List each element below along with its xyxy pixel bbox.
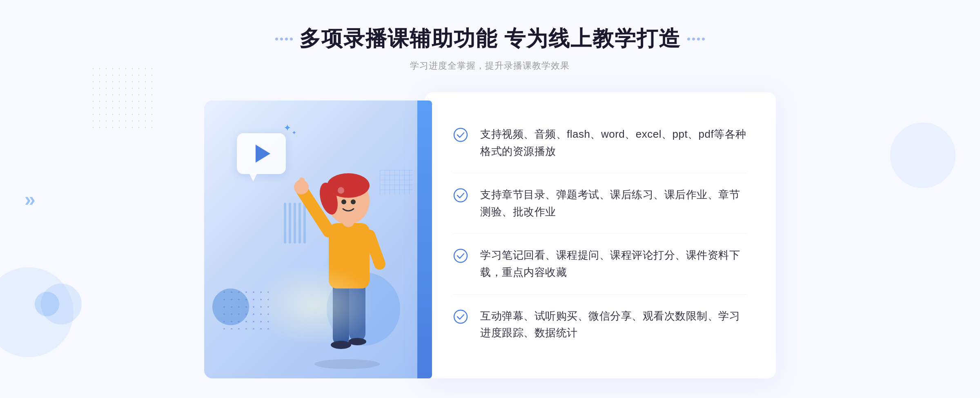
illustration-card: ✦ ✦ bbox=[204, 101, 425, 378]
left-chevron: » bbox=[24, 188, 36, 210]
play-icon bbox=[256, 145, 270, 163]
circle-small bbox=[212, 288, 249, 325]
check-icon-4 bbox=[453, 309, 468, 324]
check-icon-3 bbox=[453, 248, 468, 263]
blue-bar bbox=[417, 101, 432, 378]
svg-point-18 bbox=[454, 189, 467, 202]
check-icon-1 bbox=[453, 127, 468, 142]
deco-circles bbox=[41, 284, 82, 324]
header-section: 多项录播课辅助功能 专为线上教学打造 学习进度全掌握，提升录播课教学效果 bbox=[275, 0, 705, 72]
svg-point-4 bbox=[348, 338, 366, 345]
feature-text-4: 互动弹幕、试听购买、微信分享、观看次数限制、学习进度跟踪、数据统计 bbox=[480, 308, 747, 342]
feature-item-1: 支持视频、音频、flash、word、excel、ppt、pdf等各种格式的资源… bbox=[453, 113, 747, 173]
svg-point-14 bbox=[341, 199, 346, 204]
page-title: 多项录播课辅助功能 专为线上教学打造 bbox=[275, 25, 705, 53]
content-section: ✦ ✦ bbox=[204, 92, 776, 378]
svg-point-15 bbox=[351, 199, 356, 204]
svg-point-16 bbox=[338, 187, 344, 194]
dots-pattern-left bbox=[90, 65, 155, 131]
features-card: 支持视频、音频、flash、word、excel、ppt、pdf等各种格式的资源… bbox=[425, 92, 776, 378]
svg-point-17 bbox=[454, 128, 467, 141]
svg-line-7 bbox=[370, 235, 380, 264]
feature-item-2: 支持章节目录、弹题考试、课后练习、课后作业、章节测验、批改作业 bbox=[453, 173, 747, 234]
svg-point-0 bbox=[314, 359, 380, 369]
feature-text-1: 支持视频、音频、flash、word、excel、ppt、pdf等各种格式的资源… bbox=[480, 126, 747, 160]
play-bubble bbox=[237, 133, 286, 174]
svg-rect-9 bbox=[299, 177, 305, 190]
page-subtitle: 学习进度全掌握，提升录播课教学效果 bbox=[275, 60, 705, 72]
bg-circle-right bbox=[890, 123, 956, 188]
svg-point-19 bbox=[454, 249, 467, 262]
feature-item-4: 互动弹幕、试听购买、微信分享、观看次数限制、学习进度跟踪、数据统计 bbox=[453, 295, 747, 355]
page-wrapper: 多项录播课辅助功能 专为线上教学打造 学习进度全掌握，提升录播课教学效果 ✦ ✦ bbox=[0, 0, 980, 398]
sparkle-2: ✦ bbox=[292, 130, 296, 136]
check-icon-2 bbox=[453, 188, 468, 203]
feature-text-2: 支持章节目录、弹题考试、课后练习、课后作业、章节测验、批改作业 bbox=[480, 186, 747, 220]
feature-text-3: 学习笔记回看、课程提问、课程评论打分、课件资料下载，重点内容收藏 bbox=[480, 247, 747, 281]
svg-point-20 bbox=[454, 310, 467, 323]
feature-item-3: 学习笔记回看、课程提问、课程评论打分、课件资料下载，重点内容收藏 bbox=[453, 234, 747, 294]
light-rays bbox=[253, 264, 376, 346]
sparkle-1: ✦ bbox=[284, 123, 291, 133]
